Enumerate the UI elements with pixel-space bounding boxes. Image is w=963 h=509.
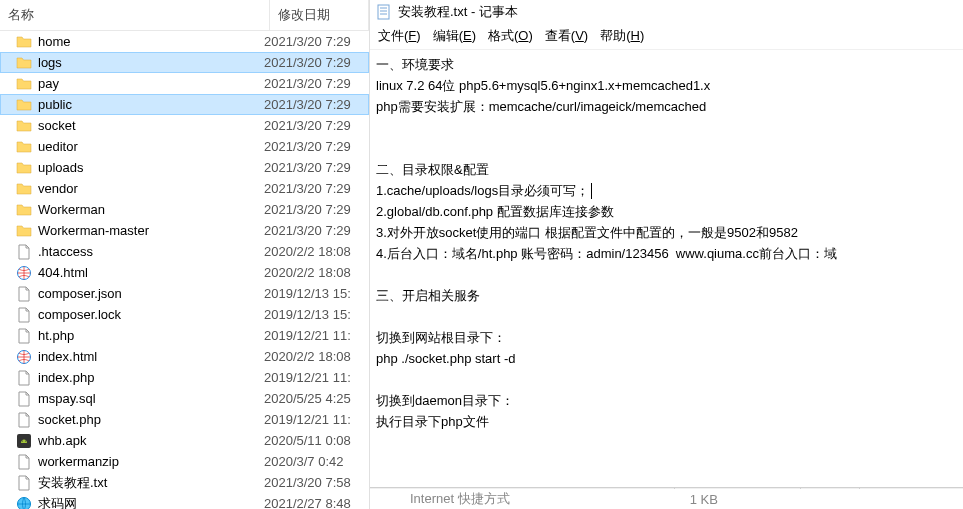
file-row[interactable]: ueditor2021/3/20 7:29: [0, 136, 369, 157]
file-date: 2021/3/20 7:29: [264, 139, 369, 154]
file-name: 求码网: [38, 495, 264, 510]
file-row[interactable]: composer.json2019/12/13 15:: [0, 283, 369, 304]
file-explorer-pane: 名称 修改日期 home2021/3/20 7:29logs2021/3/20 …: [0, 0, 370, 509]
file-date: 2020/5/11 0:08: [264, 433, 369, 448]
file-row[interactable]: composer.lock2019/12/13 15:: [0, 304, 369, 325]
file-row[interactable]: Workerman2021/3/20 7:29: [0, 199, 369, 220]
file-date: 2019/12/13 15:: [264, 286, 369, 301]
apk-icon: [16, 433, 32, 449]
file-date: 2021/3/20 7:29: [264, 76, 369, 91]
file-row[interactable]: mspay.sql2020/5/25 4:25: [0, 388, 369, 409]
file-name: workermanzip: [38, 454, 264, 469]
column-header-name[interactable]: 名称: [0, 0, 270, 30]
file-name: ueditor: [38, 139, 264, 154]
svg-point-5: [18, 497, 31, 509]
file-icon: [16, 475, 32, 491]
file-date: 2021/3/20 7:29: [264, 223, 369, 238]
folder-icon: [16, 181, 32, 197]
file-name: composer.json: [38, 286, 264, 301]
file-name: logs: [38, 55, 264, 70]
notepad-menubar: 文件(F) 编辑(E) 格式(O) 查看(V) 帮助(H): [370, 24, 963, 50]
folder-icon: [16, 160, 32, 176]
status-spacer: [370, 488, 674, 509]
svg-point-3: [22, 440, 23, 441]
file-list[interactable]: home2021/3/20 7:29logs2021/3/20 7:29pay2…: [0, 31, 369, 509]
folder-icon: [16, 139, 32, 155]
file-date: 2019/12/21 11:: [264, 412, 369, 427]
notepad-text-area[interactable]: 一、环境要求 linux 7.2 64位 php5.6+mysql5.6+ngi…: [370, 50, 963, 487]
file-row[interactable]: ht.php2019/12/21 11:: [0, 325, 369, 346]
file-name: uploads: [38, 160, 264, 175]
file-row[interactable]: socket2021/3/20 7:29: [0, 115, 369, 136]
file-row[interactable]: 安装教程.txt2021/3/20 7:58: [0, 472, 369, 493]
web-icon: [16, 496, 32, 510]
file-name: ht.php: [38, 328, 264, 343]
file-row[interactable]: socket.php2019/12/21 11:: [0, 409, 369, 430]
file-row[interactable]: index.php2019/12/21 11:: [0, 367, 369, 388]
file-date: 2021/3/20 7:29: [264, 181, 369, 196]
file-date: 2021/3/20 7:58: [264, 475, 369, 490]
file-icon: [16, 307, 32, 323]
file-name: composer.lock: [38, 307, 264, 322]
file-row[interactable]: workermanzip2020/3/7 0:42: [0, 451, 369, 472]
menu-help[interactable]: 帮助(H): [600, 27, 644, 45]
file-row[interactable]: home2021/3/20 7:29: [0, 31, 369, 52]
column-header-date[interactable]: 修改日期: [270, 0, 369, 30]
file-row[interactable]: 求码网2021/2/27 8:48: [0, 493, 369, 509]
file-name: .htaccess: [38, 244, 264, 259]
file-row[interactable]: whb.apk2020/5/11 0:08: [0, 430, 369, 451]
file-icon: [16, 370, 32, 386]
file-date: 2021/3/20 7:29: [264, 34, 369, 49]
file-name: public: [38, 97, 264, 112]
file-name: socket.php: [38, 412, 264, 427]
file-icon: [16, 286, 32, 302]
folder-icon: [16, 97, 32, 113]
file-list-header: 名称 修改日期: [0, 0, 369, 31]
file-row[interactable]: Workerman-master2021/3/20 7:29: [0, 220, 369, 241]
menu-format[interactable]: 格式(O): [488, 27, 533, 45]
folder-icon: [16, 55, 32, 71]
file-row[interactable]: vendor2021/3/20 7:29: [0, 178, 369, 199]
notepad-window: 安装教程.txt - 记事本 文件(F) 编辑(E) 格式(O) 查看(V) 帮…: [370, 0, 963, 509]
file-date: 2021/3/20 7:29: [264, 55, 369, 70]
file-name: Workerman-master: [38, 223, 264, 238]
file-date: 2019/12/21 11:: [264, 370, 369, 385]
file-date: 2019/12/13 15:: [264, 307, 369, 322]
file-name: whb.apk: [38, 433, 264, 448]
file-name: 安装教程.txt: [38, 474, 264, 492]
file-name: socket: [38, 118, 264, 133]
menu-file[interactable]: 文件(F): [378, 27, 421, 45]
svg-point-4: [25, 440, 26, 441]
status-position: 第 7 行，第 28 列: [674, 488, 800, 509]
file-row[interactable]: pay2021/3/20 7:29: [0, 73, 369, 94]
file-row[interactable]: 404.html2020/2/2 18:08: [0, 262, 369, 283]
file-date: 2019/12/21 11:: [264, 328, 369, 343]
menu-edit[interactable]: 编辑(E): [433, 27, 476, 45]
file-name: Workerman: [38, 202, 264, 217]
file-row[interactable]: logs2021/3/20 7:29: [0, 52, 369, 73]
folder-icon: [16, 223, 32, 239]
file-date: 2020/2/2 18:08: [264, 265, 369, 280]
file-date: 2021/3/20 7:29: [264, 202, 369, 217]
file-name: index.php: [38, 370, 264, 385]
file-date: 2021/3/20 7:29: [264, 160, 369, 175]
file-date: 2020/2/2 18:08: [264, 349, 369, 364]
file-row[interactable]: .htaccess2020/2/2 18:08: [0, 241, 369, 262]
file-row[interactable]: index.html2020/2/2 18:08: [0, 346, 369, 367]
html-icon: [16, 349, 32, 365]
file-name: 404.html: [38, 265, 264, 280]
html-icon: [16, 265, 32, 281]
file-row[interactable]: uploads2021/3/20 7:29: [0, 157, 369, 178]
file-icon: [16, 454, 32, 470]
file-date: 2020/3/7 0:42: [264, 454, 369, 469]
menu-view[interactable]: 查看(V): [545, 27, 588, 45]
file-name: index.html: [38, 349, 264, 364]
folder-icon: [16, 118, 32, 134]
folder-icon: [16, 202, 32, 218]
file-row[interactable]: public2021/3/20 7:29: [0, 94, 369, 115]
notepad-statusbar: 第 7 行，第 28 列 100% Windows (CR: [370, 487, 963, 509]
file-name: home: [38, 34, 264, 49]
status-zoom: 100%: [800, 488, 858, 509]
svg-rect-6: [378, 5, 389, 19]
file-name: vendor: [38, 181, 264, 196]
